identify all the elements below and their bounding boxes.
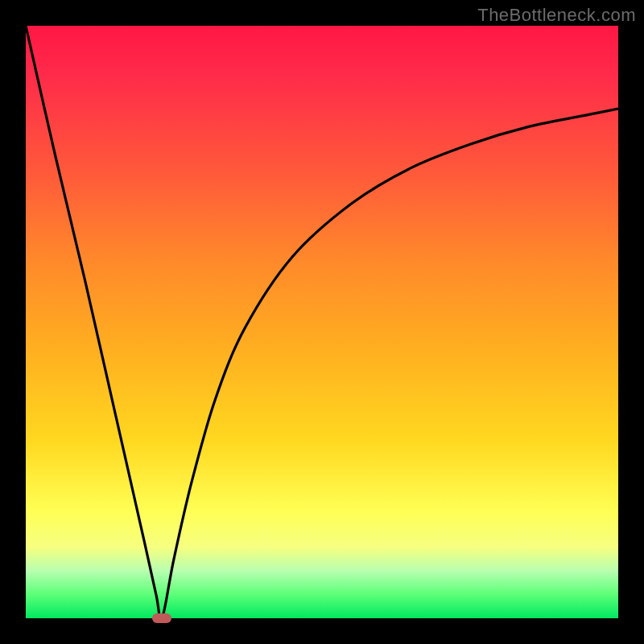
attribution-label: TheBottleneck.com xyxy=(477,5,636,26)
curve-path xyxy=(26,26,618,618)
optimal-marker xyxy=(152,613,171,623)
bottleneck-curve xyxy=(26,26,618,618)
chart-frame: TheBottleneck.com xyxy=(0,0,644,644)
plot-area xyxy=(26,26,618,618)
